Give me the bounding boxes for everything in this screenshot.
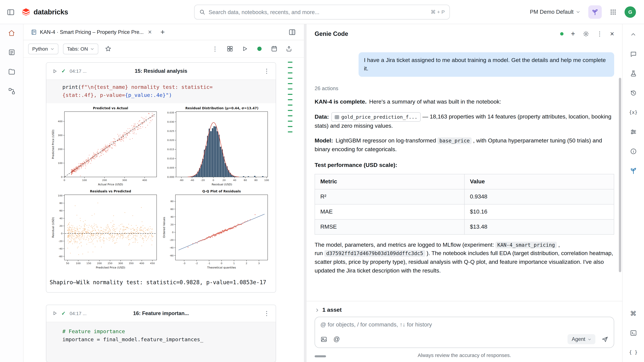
svg-text:2: 2 <box>246 262 247 265</box>
run-cell-icon[interactable] <box>52 311 57 316</box>
terminal-icon[interactable] <box>629 329 638 337</box>
cell-code-editor[interactable]: # Feature importance importance = final_… <box>46 322 276 362</box>
metric-cell: R² <box>315 189 464 204</box>
favorite-star-icon[interactable] <box>103 44 113 54</box>
svg-text:20: 20 <box>59 224 62 227</box>
code-text: {stat:.4f}, p-value= <box>62 92 125 98</box>
schedule-icon[interactable] <box>269 44 279 54</box>
table-chip-label: gold_price_prediction_f... <box>341 113 418 121</box>
table-row: R²0.9348 <box>315 189 614 204</box>
sidebar-toggle-icon[interactable] <box>7 8 15 16</box>
cell-kebab-icon[interactable]: ⋮ <box>264 310 270 317</box>
svg-text:-40: -40 <box>190 179 194 182</box>
svg-text:Predicted vs Actual: Predicted vs Actual <box>93 106 128 110</box>
close-icon[interactable]: × <box>610 30 614 38</box>
language-selector[interactable]: Python <box>28 43 58 54</box>
home-icon[interactable] <box>6 27 17 38</box>
panel-resizer[interactable] <box>304 24 306 362</box>
genie-kebab-icon[interactable]: ⋮ <box>596 31 602 37</box>
left-rail <box>0 24 24 362</box>
databricks-logo[interactable]: databricks <box>22 7 68 16</box>
table-chip[interactable]: gold_price_prediction_f... <box>331 112 420 122</box>
svg-text:60: 60 <box>170 208 174 211</box>
cell-kebab-icon[interactable]: ⋮ <box>264 67 270 75</box>
genie-input[interactable]: @ for objects, / for commands, ↑↓ for hi… <box>314 317 614 348</box>
notebook-minimap[interactable] <box>288 62 292 132</box>
plot-residual-distribution: Residual Distribution (μ=0.44, σ=13.47)-… <box>162 106 271 187</box>
svg-text:300: 300 <box>58 134 62 137</box>
tabs-toggle[interactable]: Tabs: ON <box>63 43 98 54</box>
notebook-kebab-icon[interactable]: ⋮ <box>210 44 220 54</box>
search-input[interactable] <box>209 9 427 15</box>
comments-icon[interactable] <box>629 50 638 58</box>
closing-paragraph: The model, parameters, and metrics are l… <box>314 241 614 275</box>
agent-label: Agent <box>572 336 585 342</box>
settings-sliders-icon[interactable] <box>629 127 638 136</box>
share-icon[interactable] <box>284 44 294 54</box>
assets-toggle[interactable]: 1 asset <box>314 304 614 317</box>
workflows-icon[interactable] <box>6 86 17 96</box>
cell-code-editor[interactable]: print(f"\n{test_name} normality test: st… <box>46 79 276 103</box>
recents-list-icon[interactable] <box>6 47 17 58</box>
compute-status-icon[interactable] <box>254 44 264 54</box>
svg-text:40: 40 <box>59 217 62 220</box>
svg-text:0.025: 0.025 <box>167 130 174 132</box>
environment-braces-icon[interactable]: { } <box>629 348 638 357</box>
svg-text:0: 0 <box>61 232 62 235</box>
run-cell-icon[interactable] <box>52 68 57 73</box>
workspace-switcher[interactable]: PM Demo Default <box>530 9 580 15</box>
apps-grid-icon[interactable] <box>610 8 616 15</box>
collapse-up-icon[interactable] <box>629 30 638 39</box>
notebook-tab[interactable]: KAN-4 · Smart Pricing – Property Price P… <box>27 24 156 40</box>
attach-image-icon[interactable] <box>320 336 327 343</box>
actions-toggle[interactable]: 26 actions <box>314 86 614 92</box>
shortcuts-icon[interactable]: ⌘ <box>629 309 638 318</box>
variables-icon[interactable]: {x} <box>629 108 638 117</box>
svg-text:-40: -40 <box>58 247 62 250</box>
new-tab-button[interactable]: + <box>160 28 165 36</box>
notebook-toolbar: Python Tabs: ON ⋮ <box>24 40 304 58</box>
experiments-flask-icon[interactable] <box>629 69 638 78</box>
svg-text:60: 60 <box>244 179 247 182</box>
svg-text:-40: -40 <box>170 246 174 249</box>
minimap-mark <box>288 62 292 63</box>
svg-text:300: 300 <box>122 179 127 182</box>
genie-assistant-icon[interactable] <box>629 166 638 175</box>
new-chat-icon[interactable]: + <box>571 29 575 38</box>
data-paragraph: Data:gold_price_prediction_f...— 18,163 … <box>314 112 614 130</box>
svg-text:250: 250 <box>108 262 112 265</box>
svg-text:-60: -60 <box>58 255 62 258</box>
mention-icon[interactable]: @ <box>334 336 340 343</box>
tab-close-icon[interactable]: × <box>148 28 152 36</box>
svg-text:-60: -60 <box>180 179 184 182</box>
workspace-folder-icon[interactable] <box>6 66 17 77</box>
genie-scrollbar[interactable] <box>619 78 621 272</box>
gear-icon[interactable] <box>582 30 589 37</box>
assistant-button[interactable] <box>588 5 602 18</box>
svg-text:-20: -20 <box>58 240 62 243</box>
tabs-toggle-label: Tabs: ON <box>67 46 88 52</box>
search-shortcut: ⌘ + P <box>431 9 445 15</box>
dashboard-icon[interactable] <box>225 44 235 54</box>
svg-text:60: 60 <box>59 209 62 212</box>
send-icon[interactable] <box>602 336 608 343</box>
inline-code: base_price <box>438 137 472 144</box>
svg-text:0.030: 0.030 <box>167 120 174 123</box>
svg-text:-2: -2 <box>196 262 198 265</box>
value-cell: $10.16 <box>464 204 614 219</box>
global-search[interactable]: ⌘ + P <box>194 5 450 19</box>
cell-success-icon: ✓ <box>62 310 66 316</box>
genie-footer: Always review the accuracy of responses. <box>314 348 614 362</box>
app-window: databricks ⌘ + P PM Demo Default <box>0 0 644 362</box>
metric-cell: MAE <box>315 204 464 219</box>
code-text: {p_value:.4e}") <box>125 92 172 98</box>
resize-handle[interactable] <box>314 355 326 357</box>
agent-mode-selector[interactable]: Agent <box>568 334 595 344</box>
info-icon[interactable] <box>629 147 638 156</box>
user-avatar[interactable]: G <box>624 6 636 17</box>
run-all-icon[interactable] <box>240 44 250 54</box>
table-header-row: Metric Value <box>315 174 614 189</box>
version-history-icon[interactable] <box>629 88 638 97</box>
svg-text:80: 80 <box>59 202 62 204</box>
split-view-icon[interactable] <box>288 28 296 36</box>
